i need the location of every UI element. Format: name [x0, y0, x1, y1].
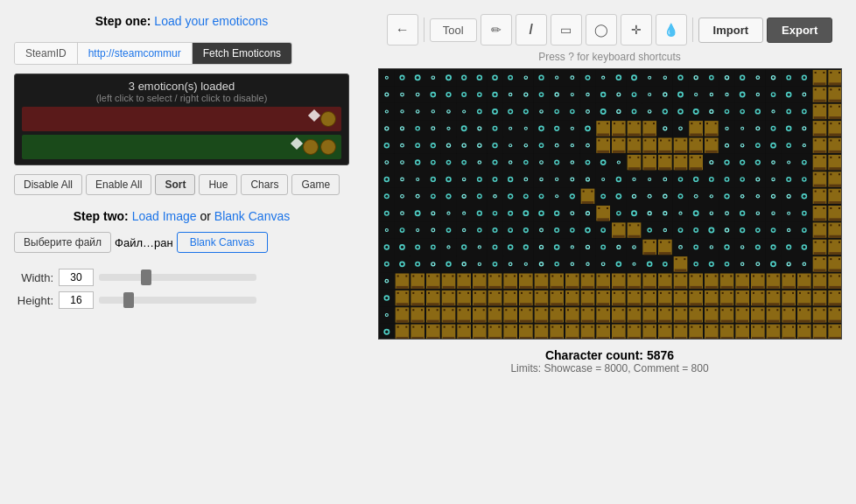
step-one-heading: Step one: Load your emoticons [14, 14, 349, 28]
step-two-label: Step two: [74, 209, 129, 223]
circle-button[interactable]: ◯ [586, 14, 617, 46]
character-limits: Limits: Showcase = 8000, Comment = 800 [510, 362, 708, 374]
toolbar: ← Tool ✏ / ▭ ◯ ✛ 💧 Import Export [377, 14, 842, 46]
tab-steamid[interactable]: SteamID [15, 43, 78, 64]
main-canvas[interactable] [379, 69, 842, 340]
rect-button[interactable]: ▭ [551, 14, 582, 46]
emoticon-row-1[interactable] [22, 107, 341, 131]
file-row: Выберите файл Файл…ран Blank Canvas [14, 232, 349, 253]
step-two-link[interactable]: Load Image [132, 209, 197, 223]
step-two-heading: Step two: Load Image or Blank Canvas [14, 209, 349, 223]
emoticon-row-2[interactable] [22, 135, 341, 159]
file-name-label: Файл…ран [115, 236, 173, 249]
circle-icon: ◯ [594, 23, 608, 37]
showcase-limit: Showcase = 8000 [544, 362, 628, 374]
fill-button[interactable]: 💧 [656, 14, 687, 46]
separator-2 [692, 18, 693, 42]
pencil-button[interactable]: ✏ [481, 14, 512, 46]
diamond-icon-2 [291, 137, 303, 150]
character-count-label: Character count: [545, 348, 643, 362]
width-slider[interactable] [99, 274, 256, 281]
emoticon-count: 3 emoticon(s) loaded [22, 80, 341, 93]
pencil-icon: ✏ [491, 23, 502, 37]
emoticon-hint: (left click to select / right click to d… [22, 93, 341, 103]
canvas-area[interactable] [378, 68, 842, 340]
emoticon-box: 3 emoticon(s) loaded (left click to sele… [14, 74, 349, 165]
character-count: Character count: 5876 [545, 348, 674, 362]
tab-fetch[interactable]: Fetch Emoticons [193, 43, 291, 64]
character-count-value: 5876 [647, 348, 674, 362]
chars-button[interactable]: Chars [241, 174, 288, 195]
tab-row: SteamID http://steamcommur Fetch Emotico… [14, 42, 292, 65]
limits-label: Limits: [510, 362, 541, 374]
diamond-icon-1 [308, 109, 320, 122]
line-button[interactable]: / [516, 14, 547, 46]
face-icon-3 [320, 139, 336, 155]
width-input[interactable] [59, 269, 94, 286]
import-button[interactable]: Import [698, 18, 763, 43]
separator-1 [424, 18, 424, 42]
rect-icon: ▭ [560, 23, 572, 37]
width-slider-thumb[interactable] [141, 270, 151, 285]
height-slider-thumb[interactable] [123, 292, 134, 308]
fill-icon: 💧 [663, 23, 678, 37]
height-label: Height: [14, 294, 53, 307]
step-two-or: or [200, 209, 214, 223]
tool-selector-button[interactable]: Tool [430, 18, 477, 42]
right-panel: ← Tool ✏ / ▭ ◯ ✛ 💧 Import Export Press ?… [363, 0, 856, 504]
step-one-label: Step one: [95, 14, 151, 28]
shortcut-hint: Press ? for keyboard shortcuts [538, 51, 681, 63]
width-label: Width: [14, 271, 53, 284]
enable-all-button[interactable]: Enable All [86, 174, 151, 195]
export-button[interactable]: Export [767, 18, 832, 43]
line-icon: / [529, 22, 532, 38]
move-icon: ✛ [631, 23, 642, 37]
left-panel: Step one: Load your emoticons SteamID ht… [0, 0, 363, 504]
disable-all-button[interactable]: Disable All [14, 174, 82, 195]
blank-canvas-button[interactable]: Blank Canvas [177, 232, 268, 253]
game-button[interactable]: Game [291, 174, 340, 195]
face-icon-2 [303, 139, 319, 155]
comment-limit: Comment = 800 [634, 362, 709, 374]
back-button[interactable]: ← [387, 14, 418, 46]
move-button[interactable]: ✛ [621, 14, 652, 46]
step-one-link[interactable]: Load your emoticons [154, 14, 268, 28]
dimension-controls: Width: Height: [14, 269, 349, 309]
action-buttons: Disable All Enable All Sort Hue Chars Ga… [14, 174, 349, 195]
height-input[interactable] [59, 291, 94, 309]
height-control: Height: [14, 291, 349, 309]
blank-canvas-link[interactable]: Blank Canvas [214, 209, 290, 223]
face-icon-1 [320, 111, 336, 127]
tab-url[interactable]: http://steamcommur [78, 43, 193, 64]
choose-file-button[interactable]: Выберите файл [14, 232, 111, 253]
height-slider[interactable] [99, 297, 256, 304]
hue-button[interactable]: Hue [199, 174, 237, 195]
sort-button[interactable]: Sort [155, 174, 195, 195]
width-control: Width: [14, 269, 349, 286]
